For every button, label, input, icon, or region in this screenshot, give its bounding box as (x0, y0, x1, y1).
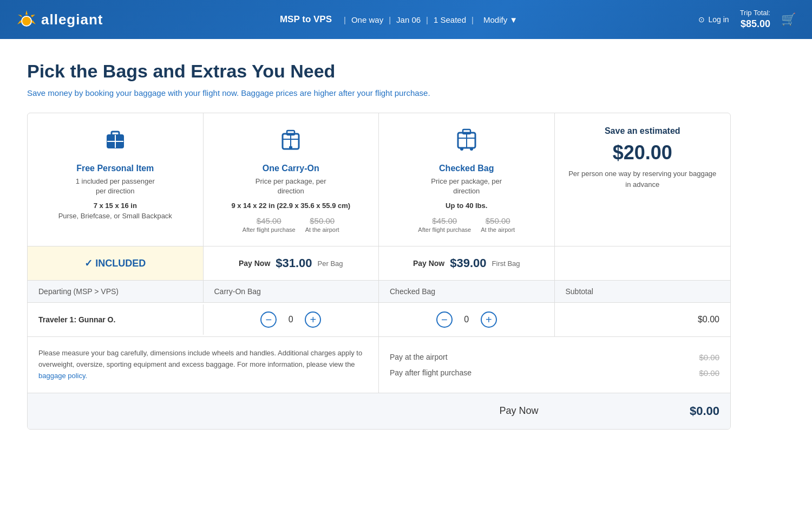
checked-bag-strike-airport: $50.00 (481, 216, 515, 225)
svg-point-6 (22, 17, 31, 25)
svg-point-20 (460, 147, 463, 151)
personal-item-desc1: 1 included per passenger (38, 177, 192, 186)
pay-airport-label: Pay at the airport (390, 353, 448, 361)
save-desc: Per person one way by reserving your bag… (566, 168, 720, 190)
carry-on-decrement-button[interactable]: − (260, 311, 277, 328)
carry-on-strike-after: $45.00 (243, 216, 296, 225)
trip-type: One way (351, 15, 383, 24)
trip-total-label: Trip Total: (740, 9, 770, 18)
modify-button[interactable]: Modify ▼ (479, 13, 522, 27)
included-col: ✓ INCLUDED (28, 246, 204, 280)
checked-pay-now-price: $39.00 (450, 256, 486, 270)
checked-bag-strike-after: $45.00 (418, 216, 471, 225)
checked-increment-button[interactable]: + (481, 311, 497, 328)
cart-icon[interactable]: 🛒 (781, 12, 796, 27)
checked-bag-price-airport: $50.00 At the airport (481, 216, 515, 233)
carry-on-price-airport: $50.00 At the airport (305, 216, 339, 233)
traveler-label: Traveler 1: (38, 315, 76, 324)
checked-bag-label-airport: At the airport (481, 226, 515, 233)
pay-after-val: $0.00 (699, 368, 719, 378)
notes-text: Please measure your bag carefully, dimen… (28, 337, 379, 392)
header: allegiant MSP to VPS | One way | Jan 06 … (0, 0, 812, 39)
personal-item-sub: Purse, Briefcase, or Small Backpack (38, 212, 192, 220)
header-right: ⊙ Log in Trip Total: $85.00 🛒 (698, 9, 796, 30)
traveler-subtotal: $0.00 (555, 304, 731, 335)
col-departing: Departing (MSP > VPS) (28, 281, 204, 302)
logo-text: allegiant (41, 11, 103, 28)
plus-icon: + (486, 314, 492, 325)
header-nav: MSP to VPS | One way | Jan 06 | 1 Seated… (280, 13, 522, 27)
user-icon: ⊙ (698, 15, 705, 24)
sep1: | (344, 15, 346, 24)
bag-header-row: Free Personal Item 1 included per passen… (28, 113, 730, 246)
svg-marker-2 (31, 15, 35, 17)
checked-pay-now-col: Pay Now $39.00 First Bag (379, 246, 555, 280)
page-title: Pick the Bags and Extras You Need (27, 61, 731, 82)
traveler-name-cell: Traveler 1: Gunnar O. (28, 304, 204, 335)
carry-on-icon (214, 126, 368, 158)
footer-row: Pay Now $0.00 (28, 393, 730, 429)
logo: allegiant (16, 9, 103, 30)
carry-on-pay-now-unit: Per Bag (318, 259, 343, 268)
seated-label: 1 Seated (434, 15, 466, 24)
checked-bag-prices: $45.00 After flight purchase $50.00 At t… (390, 216, 543, 233)
chevron-down-icon: ▼ (509, 15, 518, 24)
included-label: ✓ INCLUDED (84, 257, 146, 269)
checked-bag-col: Checked Bag Price per package, per direc… (379, 113, 555, 246)
svg-marker-3 (31, 20, 36, 24)
checked-bag-dim: Up to 40 lbs. (390, 202, 543, 210)
sep2: | (389, 15, 391, 24)
svg-marker-1 (25, 10, 28, 15)
footer-pay-now-amount: $0.00 (549, 404, 720, 418)
bag-action-row: ✓ INCLUDED Pay Now $31.00 Per Bag Pay No… (28, 246, 730, 281)
personal-item-dim: 7 x 15 x 16 in (38, 202, 192, 210)
checked-decrement-button[interactable]: − (436, 311, 453, 328)
checked-qty-value: 0 (461, 315, 472, 324)
route-label: MSP to VPS (280, 14, 332, 25)
save-action-col (555, 246, 731, 280)
svg-marker-4 (17, 20, 22, 24)
plus-icon: + (310, 314, 316, 325)
trip-date: Jan 06 (396, 15, 421, 24)
trip-total: Trip Total: $85.00 (740, 9, 770, 30)
personal-item-title: Free Personal Item (38, 164, 192, 173)
personal-item-col: Free Personal Item 1 included per passen… (28, 113, 204, 246)
pay-airport-val: $0.00 (699, 353, 719, 362)
column-labels-row: Departing (MSP > VPS) Carry-On Bag Check… (28, 281, 730, 303)
save-title: Save an estimated (566, 126, 720, 136)
baggage-table: Free Personal Item 1 included per passen… (27, 113, 731, 430)
trip-total-amount: $85.00 (740, 18, 770, 30)
save-col: Save an estimated $20.00 Per person one … (555, 113, 731, 246)
pay-airport-row: Pay at the airport $0.00 (390, 353, 719, 362)
svg-marker-5 (18, 15, 22, 17)
route-from: MSP (280, 14, 300, 24)
carry-on-price-after: $45.00 After flight purchase (243, 216, 296, 233)
carry-on-increment-button[interactable]: + (305, 311, 321, 328)
main-content: Pick the Bags and Extras You Need Save m… (0, 39, 758, 451)
checked-bag-icon (390, 126, 543, 158)
route-connector: to (302, 14, 313, 24)
carry-on-label-airport: At the airport (305, 226, 339, 233)
checked-bag-price-after: $45.00 After flight purchase (418, 216, 471, 233)
carry-on-col: One Carry-On Price per package, per dire… (204, 113, 379, 246)
checked-pay-now-unit: First Bag (492, 259, 520, 268)
logo-sun-icon (16, 9, 37, 30)
carry-on-pay-now-label: Pay Now (239, 259, 270, 268)
traveler-row: Traveler 1: Gunnar O. − 0 + − 0 + (28, 303, 730, 337)
carry-on-strike-airport: $50.00 (305, 216, 339, 225)
traveler-name: Gunnar O. (78, 315, 115, 324)
route-to: VPS (313, 14, 332, 24)
carry-on-qty-value: 0 (285, 315, 296, 324)
carry-on-pay-now-price: $31.00 (276, 256, 312, 270)
page-subtitle: Save money by booking your baggage with … (27, 88, 731, 98)
baggage-policy-link[interactable]: baggage policy. (38, 372, 87, 380)
pay-after-label: Pay after flight purchase (390, 368, 472, 377)
svg-point-21 (470, 147, 473, 151)
login-button[interactable]: ⊙ Log in (698, 15, 729, 24)
carry-on-label-after: After flight purchase (243, 226, 296, 233)
carry-on-qty-col: − 0 + (204, 303, 379, 336)
checked-bag-desc2: direction (390, 186, 543, 196)
personal-item-desc2: per direction (38, 186, 192, 196)
sep4: | (472, 15, 474, 24)
carry-on-dim: 9 x 14 x 22 in (22.9 x 35.6 x 55.9 cm) (214, 202, 368, 210)
